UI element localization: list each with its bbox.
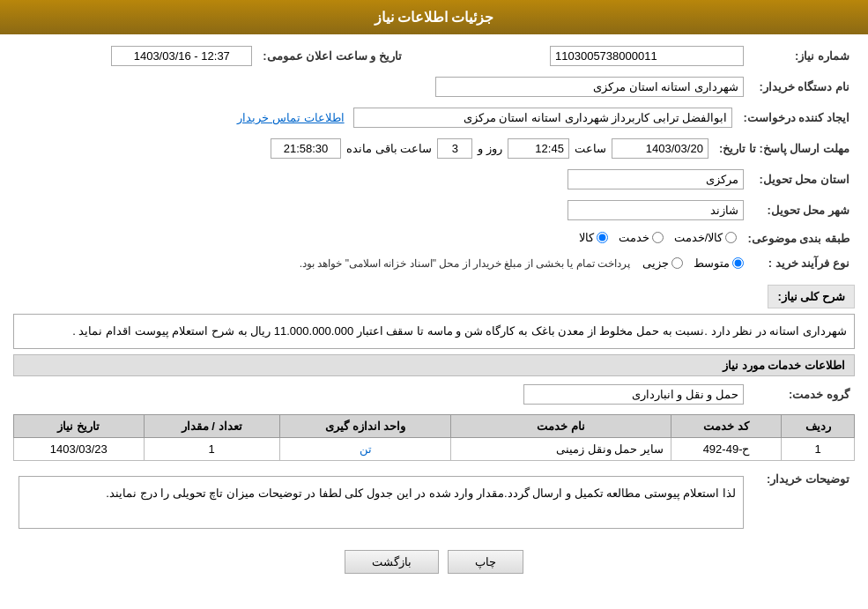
process-option-motavaset[interactable]: متوسط	[694, 256, 744, 270]
col-header-quantity: تعداد / مقدار	[144, 415, 279, 438]
response-days: 3	[437, 138, 472, 159]
response-remaining: 21:58:30	[271, 138, 341, 159]
info-table-row5: استان محل تحویل: مرکزی	[13, 167, 855, 192]
process-option-jozi[interactable]: جزیی	[642, 256, 683, 270]
delivery-province-label: استان محل تحویل:	[749, 167, 855, 192]
creator-label: ایجاد کننده درخواست:	[738, 105, 855, 130]
description-section: شرح کلی نیاز: شهرداری استانه در نظر دارد…	[13, 278, 855, 349]
date-value: 1403/03/16 - 12:37	[111, 46, 252, 66]
delivery-city-label: شهر محل تحویل:	[749, 197, 855, 223]
category-label: طبقه بندی موضوعی:	[742, 228, 855, 249]
service-group-value: حمل و نقل و انبارداری	[523, 384, 744, 405]
description-text: شهرداری استانه در نظر دارد .نسبت به حمل …	[13, 314, 855, 349]
delivery-city-value: شازند	[568, 200, 744, 220]
back-button[interactable]: بازگشت	[345, 550, 439, 574]
response-date: 1403/03/20	[612, 138, 708, 159]
page-container: جزئیات اطلاعات نیاز شماره نیاز: 11030057…	[0, 0, 868, 609]
cell-date: 1403/03/23	[14, 438, 145, 461]
col-header-unit: واحد اندازه گیری	[279, 415, 451, 438]
services-table: ردیف کد خدمت نام خدمت واحد اندازه گیری ت…	[13, 414, 855, 461]
col-header-service-code: کد خدمت	[671, 415, 782, 438]
info-table-row1: شماره نیاز: 1103005738000011 تاریخ و ساع…	[13, 43, 855, 69]
response-remaining-label: ساعت باقی مانده	[346, 142, 432, 155]
buyer-org-label: نام دستگاه خریدار:	[749, 74, 855, 100]
category-label-kala-khadamat: کالا/خدمت	[674, 231, 723, 244]
creator-value: ابوالفضل ترابی کاربرداز شهرداری استانه ا…	[353, 108, 732, 128]
process-label-motavaset: متوسط	[694, 256, 730, 270]
buyer-notes-text: لذا استعلام پیوستی مطالعه تکمیل و ارسال …	[19, 476, 744, 529]
buyer-notes-label: توضیحات خریدار:	[749, 468, 855, 537]
delivery-province-value: مرکزی	[568, 169, 744, 189]
info-table-row6: شهر محل تحویل: شازند	[13, 197, 855, 223]
main-content: شماره نیاز: 1103005738000011 تاریخ و ساع…	[0, 34, 868, 591]
need-number-value: 1103005738000011	[550, 46, 744, 66]
cell-quantity: 1	[144, 438, 279, 461]
category-radio-kala-khadamat[interactable]	[725, 232, 737, 243]
process-label-jozi: جزیی	[642, 256, 669, 270]
category-radio-kala[interactable]	[597, 232, 608, 243]
response-deadline-label: مهلت ارسال پاسخ: تا تاریخ:	[714, 136, 855, 161]
info-table-row3: ایجاد کننده درخواست: ابوالفضل ترابی کارب…	[13, 105, 855, 130]
process-radio-motavaset[interactable]	[732, 257, 744, 269]
cell-service-name: سایر حمل ونقل زمینی	[451, 438, 671, 461]
print-button[interactable]: چاپ	[448, 550, 523, 574]
category-label-khadamat: خدمت	[619, 231, 649, 244]
description-title: شرح کلی نیاز:	[768, 285, 855, 308]
category-radio-group: کالا/خدمت خدمت کالا	[579, 231, 738, 244]
process-note: پرداخت تمام یا بخشی از مبلغ خریدار از مح…	[300, 257, 630, 270]
buyer-notes-table: توضیحات خریدار: لذا استعلام پیوستی مطالع…	[13, 468, 855, 537]
category-option-kala-khadamat[interactable]: کالا/خدمت	[674, 231, 738, 244]
services-section-title: اطلاعات خدمات مورد نیاز	[13, 354, 855, 376]
service-group-table: گروه خدمت: حمل و نقل و انبارداری	[13, 382, 855, 407]
response-days-label: روز و	[478, 142, 502, 155]
col-header-service-name: نام خدمت	[451, 415, 671, 438]
table-row: 1 ح-49-492 سایر حمل ونقل زمینی تن 1 1403…	[14, 438, 855, 461]
service-group-label: گروه خدمت:	[749, 382, 855, 407]
need-number-label: شماره نیاز:	[749, 43, 855, 69]
cell-unit: تن	[279, 438, 451, 461]
buyer-org-value: شهرداری استانه استان مرکزی	[435, 77, 744, 97]
col-header-date: تاریخ نیاز	[14, 415, 145, 438]
cell-row-num: 1	[782, 438, 855, 461]
footer-buttons: بازگشت چاپ	[13, 550, 855, 574]
date-label: تاریخ و ساعت اعلان عمومی:	[257, 43, 419, 69]
info-table-row7: طبقه بندی موضوعی: کالا/خدمت خدمت	[13, 228, 855, 249]
page-title: جزئیات اطلاعات نیاز	[375, 10, 494, 25]
info-table-row4: مهلت ارسال پاسخ: تا تاریخ: 1403/03/20 سا…	[13, 136, 855, 161]
cell-service-code: ح-49-492	[671, 438, 782, 461]
process-type-label: نوع فرآیند خرید :	[749, 254, 855, 272]
category-label-kala: کالا	[579, 231, 594, 244]
info-table-row8: نوع فرآیند خرید : متوسط جزیی	[13, 254, 855, 272]
category-option-kala[interactable]: کالا	[579, 231, 608, 244]
contact-link[interactable]: اطلاعات تماس خریدار	[237, 111, 344, 124]
info-table-row2: نام دستگاه خریدار: شهرداری استانه استان …	[13, 74, 855, 100]
col-header-row-num: ردیف	[782, 415, 855, 438]
response-time: 12:45	[508, 138, 569, 159]
process-radio-jozi[interactable]	[671, 257, 683, 269]
page-header: جزئیات اطلاعات نیاز	[0, 0, 868, 34]
process-radio-group: متوسط جزیی	[642, 256, 744, 270]
category-radio-khadamat[interactable]	[652, 232, 664, 243]
response-time-label: ساعت	[575, 142, 606, 155]
category-option-khadamat[interactable]: خدمت	[619, 231, 664, 244]
